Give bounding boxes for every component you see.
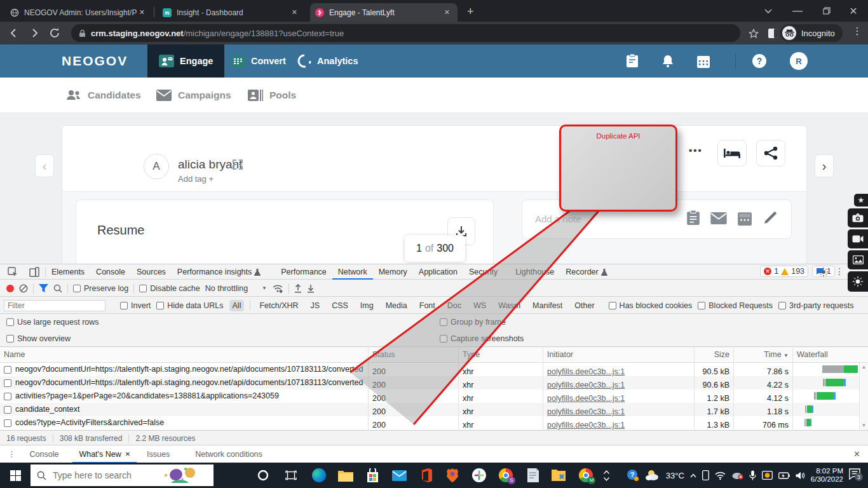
tasks-clipboard-icon[interactable] [626,54,639,68]
user-avatar[interactable]: R [790,52,808,70]
nav-engage[interactable]: Engage [147,44,224,78]
microphone-icon[interactable] [749,470,756,480]
note-clipboard-icon[interactable] [686,210,700,226]
filter-chip-manifest[interactable]: Manifest [529,300,566,311]
throttling-select[interactable]: No throttling [205,284,248,293]
address-bar[interactable]: crm.staging.neogov.net/michigan/engage/1… [71,24,740,42]
sleep-candidate-button[interactable] [717,140,747,166]
office-icon[interactable] [416,465,436,485]
new-tab-button[interactable]: + [467,4,474,18]
camera-icon[interactable] [848,208,868,227]
row-checkbox[interactable] [4,379,11,387]
filter-chip-css[interactable]: CSS [329,300,351,311]
request-row[interactable]: candidate_context 200 xhr polyfills.dee0… [0,403,868,416]
note-calendar-icon[interactable] [737,211,752,226]
row-checkbox[interactable] [4,406,11,414]
invert-checkbox[interactable]: Invert [120,301,151,310]
filter-chip-all[interactable]: All [229,300,245,311]
devtools-tab-network[interactable]: Network [332,264,373,280]
column-header-waterfall[interactable]: Waterfall [793,348,859,362]
request-row[interactable]: codes?type=ActivityFilters&archived=fals… [0,416,868,430]
request-row[interactable]: neogov?documentUrl=https://talentlyft-ap… [0,363,868,376]
row-checkbox[interactable] [4,393,11,400]
start-button[interactable] [5,465,25,485]
more-actions-ellipsis[interactable]: ••• [689,145,703,156]
show-overview-checkbox[interactable]: Show overview [6,334,71,343]
file-explorer-icon[interactable] [336,465,356,485]
row-checkbox[interactable] [4,366,11,374]
drawer-close-icon[interactable]: ✕ [853,449,860,459]
brave-icon[interactable] [442,465,463,485]
column-header-size[interactable]: Size [695,348,734,362]
column-header-time[interactable]: Time ▼ [734,348,793,362]
notifications-bell-icon[interactable] [661,54,674,68]
expand-icon[interactable] [233,159,243,170]
devtools-tab-lighthouse[interactable]: Lighthouse [510,264,560,280]
preserve-log-checkbox[interactable]: Preserve log [73,284,128,293]
help-tray-icon[interactable]: ? [627,469,639,482]
subnav-campaigns[interactable]: Campaigns [156,78,231,113]
taskbar-scroll-arrows[interactable] [601,464,611,486]
back-button[interactable] [4,23,24,43]
chrome-profile-s-icon[interactable]: S [496,465,516,485]
import-har-icon[interactable] [294,284,302,293]
initiator-link[interactable]: polyfills.dee0c3b...js:1 [547,394,625,403]
device-toolbar-icon[interactable] [24,264,45,280]
filter-chip-font[interactable]: Font [416,300,438,311]
initiator-link[interactable]: polyfills.dee0c3b...js:1 [547,367,625,376]
notepad-icon[interactable] [522,465,543,485]
note-envelope-icon[interactable] [710,212,727,224]
table-scrollbar[interactable]: ▲ ▼ [859,363,868,430]
browser-tab-3-active[interactable]: Engage - TalentLyft ✕ [310,3,458,22]
record-network-log-button[interactable] [6,285,14,292]
window-close-button[interactable]: ✕ [839,0,868,22]
row-checkbox[interactable] [4,419,11,427]
filter-chip-js[interactable]: JS [308,300,323,311]
browser-tab-2[interactable]: IN Insight - Dashboard ✕ [158,3,305,22]
drawer-tab-issues[interactable]: Issues [140,445,176,463]
subnav-candidates[interactable]: Candidates [66,78,141,113]
battery-icon[interactable] [778,472,790,479]
notification-center-icon[interactable]: 3 [849,468,864,482]
window-restore-button[interactable] [812,0,841,22]
tab-search-chevron-icon[interactable] [754,0,783,22]
side-panel-icon[interactable] [768,28,778,39]
filter-chip-fetch-xhr[interactable]: Fetch/XHR [256,300,301,311]
cortana-icon[interactable] [253,465,273,485]
mail-icon[interactable] [389,465,409,485]
drawer-tab-console[interactable]: Console [24,445,65,463]
request-row[interactable]: activities?page=1&perPage=20&candidates=… [0,390,868,403]
third-party-requests-checkbox[interactable]: 3rd-party requests [778,301,853,310]
capture-screenshots-checkbox[interactable]: Capture screenshots [440,334,524,343]
disable-cache-checkbox[interactable]: Disable cache [139,284,200,293]
filter-chip-wasm[interactable]: Wasm [495,300,524,311]
window-minimize-button[interactable]: — [783,0,812,22]
nav-analytics[interactable]: Analytics [286,44,369,78]
task-view-icon[interactable] [281,465,301,485]
cloud-sync-error-icon[interactable] [731,471,743,480]
clock[interactable]: 8:02 PM 6/30/2022 [811,467,843,484]
wifi-icon[interactable] [715,471,726,480]
extension-settings-gear-icon[interactable] [848,271,868,292]
tab-close-icon[interactable]: ✕ [289,7,300,18]
devtools-settings-gear-icon[interactable] [818,267,829,277]
prev-candidate-button[interactable]: ‹ [35,154,54,177]
share-candidate-button[interactable] [756,140,785,166]
devtools-tab-recorder[interactable]: Recorder [560,264,613,280]
edge-icon[interactable] [309,465,329,485]
reload-button[interactable] [44,23,65,43]
your-phone-icon[interactable] [702,470,709,480]
column-header-name[interactable]: Name [0,348,369,362]
browser-menu-kebab-icon[interactable]: ⋮ [851,25,863,37]
drawer-tab-network-conditions[interactable]: Network conditions [189,445,269,463]
throttling-dropdown-icon[interactable]: ▼ [262,285,267,291]
error-warning-badge[interactable]: ✕ 1 193 [760,266,808,277]
export-har-icon[interactable] [307,284,315,293]
note-pencil-icon[interactable] [763,211,777,226]
devtools-tab-performance-insights[interactable]: Performance insights [172,264,266,280]
column-header-initiator[interactable]: Initiator [543,348,695,362]
slack-icon[interactable] [469,465,489,485]
folder-tools-icon[interactable] [549,465,569,485]
weather-icon[interactable] [645,469,660,482]
filter-funnel-icon[interactable] [39,284,48,292]
